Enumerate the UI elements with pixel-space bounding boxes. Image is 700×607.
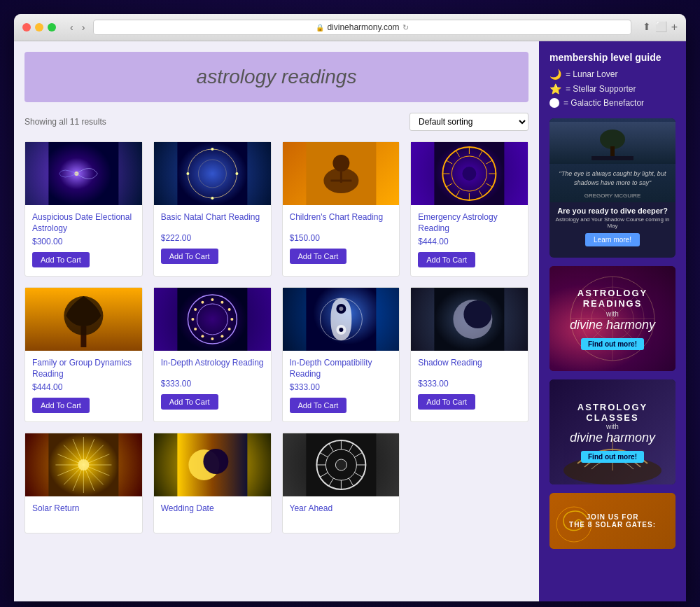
product-image[interactable] xyxy=(283,288,400,351)
galactic-icon xyxy=(550,98,559,108)
solar-gates-text1: JOIN US FOR xyxy=(569,513,656,521)
product-card: In-Depth Astrology Reading$333.00Add To … xyxy=(153,287,272,422)
add-to-cart-button[interactable]: Add To Cart xyxy=(32,398,90,413)
add-to-cart-button[interactable]: Add To Cart xyxy=(418,252,475,267)
learn-more-button[interactable]: Learn more! xyxy=(585,233,640,246)
classes-findout-button[interactable]: Find out more! xyxy=(581,451,644,463)
product-image[interactable] xyxy=(283,142,400,205)
product-name[interactable]: Solar Return xyxy=(25,503,142,524)
product-image[interactable] xyxy=(411,288,528,351)
product-price: $333.00 xyxy=(154,379,271,394)
traffic-lights xyxy=(22,23,56,32)
add-to-cart-button[interactable]: Add To Cart xyxy=(161,249,218,264)
add-to-cart-button[interactable]: Add To Cart xyxy=(418,394,475,410)
readings-findout-button[interactable]: Find out more! xyxy=(581,338,644,350)
galaxy-icon xyxy=(25,142,142,205)
product-name[interactable]: Shadow Reading xyxy=(411,358,528,379)
svg-point-74 xyxy=(78,459,89,470)
svg-rect-96 xyxy=(610,146,615,157)
zodiac-wheel-icon xyxy=(411,142,528,205)
close-button[interactable] xyxy=(22,23,31,32)
product-name[interactable]: Year Ahead xyxy=(283,503,400,524)
product-name[interactable]: Wedding Date xyxy=(154,503,271,524)
svg-point-43 xyxy=(194,308,197,311)
tree-silhouette-icon xyxy=(592,125,634,160)
svg-point-46 xyxy=(220,301,223,304)
page-title-banner: astrology readings xyxy=(24,52,528,102)
solar-gates-image: JOIN US FOR THE 8 SOLAR GATES: xyxy=(550,493,676,549)
nav-buttons: ‹ › xyxy=(67,20,88,34)
lock-icon: 🔒 xyxy=(316,24,324,32)
classes-banner-image: ASTROLOGY CLASSES with divine harmony Fi… xyxy=(550,379,676,484)
share-icon[interactable]: ⬆ xyxy=(643,21,651,34)
lunar-label: = Lunar Lover xyxy=(566,69,617,79)
back-button[interactable]: ‹ xyxy=(67,20,76,34)
product-name[interactable]: Children's Chart Reading xyxy=(283,212,400,233)
svg-point-8 xyxy=(186,172,189,175)
product-image[interactable] xyxy=(411,142,528,205)
svg-point-53 xyxy=(339,328,343,332)
product-name[interactable]: Auspicious Date Electional Astrology xyxy=(25,212,142,237)
shadow-heading: Are you ready to dive deeper? xyxy=(550,202,676,216)
svg-point-40 xyxy=(201,335,204,337)
product-image[interactable] xyxy=(154,288,271,351)
minimize-button[interactable] xyxy=(35,23,43,32)
product-image[interactable] xyxy=(154,142,271,205)
membership-galactic: = Galactic Benefactor xyxy=(550,98,676,108)
add-to-cart-button[interactable]: Add To Cart xyxy=(32,252,90,267)
product-image[interactable] xyxy=(25,288,142,351)
product-image[interactable] xyxy=(283,433,400,496)
product-price: $300.00 xyxy=(25,237,142,252)
product-price: $333.00 xyxy=(283,382,400,398)
product-card: Basic Natal Chart Reading$222.00Add To C… xyxy=(153,141,272,277)
product-image[interactable] xyxy=(154,433,271,496)
svg-point-6 xyxy=(235,172,238,175)
product-card: Auspicious Date Electional Astrology$300… xyxy=(24,141,143,277)
url-bar[interactable]: 🔒 divineharmony.com ↻ xyxy=(93,20,631,35)
shadow-banner-image: "The eye is always caught by light, but … xyxy=(550,118,676,202)
solar-gates-content: JOIN US FOR THE 8 SOLAR GATES: xyxy=(569,513,656,529)
product-name[interactable]: Family or Group Dynamics Reading xyxy=(25,358,142,382)
product-name[interactable]: In-Depth Compatibility Reading xyxy=(283,358,400,382)
product-name[interactable]: Emergency Astrology Reading xyxy=(411,212,528,237)
readings-title: ASTROLOGY READINGS xyxy=(550,288,676,309)
product-card: Shadow Reading$333.00Add To Cart xyxy=(410,287,528,422)
new-tab-icon[interactable]: ⬜ xyxy=(655,21,667,34)
zodiac3-icon xyxy=(283,433,400,496)
product-price: $444.00 xyxy=(25,382,142,398)
starmap-icon xyxy=(154,142,271,205)
add-to-cart-button[interactable]: Add To Cart xyxy=(290,249,347,264)
svg-point-36 xyxy=(230,318,233,321)
svg-point-7 xyxy=(211,197,214,200)
readings-banner: ASTROLOGY READINGS with divine harmony F… xyxy=(550,266,676,371)
forward-button[interactable]: › xyxy=(79,20,88,34)
zodiac2-icon xyxy=(154,288,271,351)
membership-lunar: 🌙 = Lunar Lover xyxy=(550,69,676,80)
maximize-button[interactable] xyxy=(48,23,56,32)
shadow-attribution: GREGORY MCGUIRE xyxy=(579,193,647,199)
add-to-cart-button[interactable]: Add To Cart xyxy=(161,394,218,410)
stellar-icon: ⭐ xyxy=(550,83,561,95)
reload-icon[interactable]: ↻ xyxy=(402,23,409,32)
product-image[interactable] xyxy=(25,433,142,496)
add-tab-icon[interactable]: + xyxy=(671,21,678,34)
results-count: Showing all 11 results xyxy=(24,117,106,127)
product-price: $222.00 xyxy=(154,233,271,249)
svg-point-47 xyxy=(227,308,230,311)
solar-gates-text2: THE 8 SOLAR GATES: xyxy=(569,521,656,529)
sort-select[interactable]: Default sorting Sort by popularity Sort … xyxy=(410,113,528,131)
stellar-label: = Stellar Supporter xyxy=(566,84,636,94)
browser-titlebar: ‹ › 🔒 divineharmony.com ↻ ⬆ ⬜ + xyxy=(14,14,686,41)
svg-point-81 xyxy=(335,459,346,470)
url-text: divineharmony.com xyxy=(327,22,399,32)
main-content: astrology readings Showing all 11 result… xyxy=(14,41,539,601)
svg-point-38 xyxy=(220,335,223,337)
readings-with: with xyxy=(550,310,676,318)
product-image[interactable] xyxy=(25,142,142,205)
yinyang-icon xyxy=(283,288,400,351)
add-to-cart-button[interactable]: Add To Cart xyxy=(290,398,347,413)
product-name[interactable]: Basic Natal Chart Reading xyxy=(154,212,271,233)
toolbar: Showing all 11 results Default sorting S… xyxy=(24,113,528,131)
classes-with: with xyxy=(550,423,676,431)
product-name[interactable]: In-Depth Astrology Reading xyxy=(154,358,271,379)
